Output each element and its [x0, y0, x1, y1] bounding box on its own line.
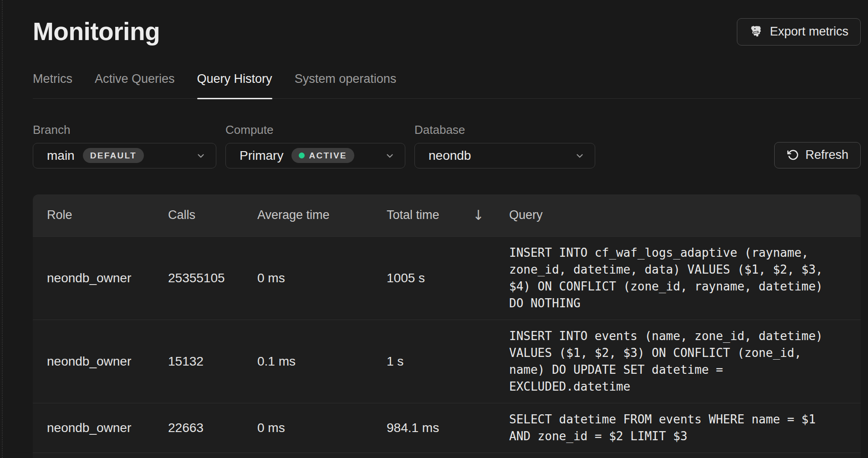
database-filter: Database neondb	[414, 123, 595, 168]
export-metrics-label: Export metrics	[770, 25, 848, 39]
active-badge: ACTIVE	[291, 148, 354, 163]
chevron-down-icon	[385, 151, 395, 161]
cell-average-time: 0.1 ms	[257, 320, 387, 403]
cell-calls: 25355105	[168, 237, 257, 320]
cell-role: neondb_owner	[33, 403, 168, 453]
refresh-icon	[786, 149, 799, 161]
column-header-average-time[interactable]: Average time	[257, 208, 387, 222]
datadog-icon	[749, 25, 763, 39]
cell-calls: 22663	[168, 403, 257, 453]
refresh-label: Refresh	[805, 148, 848, 162]
cell-total-time: 1 s	[387, 320, 509, 403]
table-row: neondb_owner 22663 0 ms 984.1 ms SELECT …	[33, 403, 861, 453]
chevron-down-icon	[575, 151, 585, 161]
default-badge: DEFAULT	[83, 148, 144, 163]
column-header-query[interactable]: Query	[509, 208, 861, 222]
tab-active-queries[interactable]: Active Queries	[95, 72, 175, 98]
tab-query-history[interactable]: Query History	[197, 72, 272, 98]
compute-label: Compute	[225, 123, 405, 137]
compute-filter: Compute Primary ACTIVE	[225, 123, 405, 168]
monitoring-page: Monitoring Export metrics Metrics Active…	[0, 17, 868, 458]
refresh-button[interactable]: Refresh	[774, 142, 861, 168]
branch-label: Branch	[33, 123, 216, 137]
cell-total-time: 984.1 ms	[387, 403, 509, 453]
page-title: Monitoring	[33, 17, 160, 46]
cell-average-time: 0 ms	[257, 403, 387, 453]
cell-role: neondb_owner	[33, 237, 168, 320]
cell-average-time: 0 ms	[257, 237, 387, 320]
table-row: neondb_owner 25355105 0 ms 1005 s INSERT…	[33, 236, 861, 320]
chevron-down-icon	[196, 151, 206, 161]
table-body: neondb_owner 25355105 0 ms 1005 s INSERT…	[33, 236, 861, 458]
cell-calls: 15132	[168, 320, 257, 403]
database-label: Database	[414, 123, 595, 137]
filters-row: Branch main DEFAULT Compute Primary ACTI…	[33, 123, 861, 168]
active-badge-label: ACTIVE	[309, 151, 347, 160]
cell-query: INSERT INTO cf_waf_logs_adaptive (raynam…	[509, 237, 823, 320]
export-metrics-button[interactable]: Export metrics	[737, 18, 861, 46]
column-header-role[interactable]: Role	[33, 208, 168, 222]
column-header-total-time[interactable]: Total time ↓	[387, 208, 509, 222]
tab-metrics[interactable]: Metrics	[33, 72, 72, 98]
branch-select[interactable]: main DEFAULT	[33, 143, 216, 168]
database-select[interactable]: neondb	[414, 143, 595, 168]
query-history-table: Role Calls Average time Total time ↓ Que…	[33, 194, 861, 458]
cell-query: SELECT datetime FROM events WHERE name =…	[509, 403, 823, 453]
compute-value: Primary	[240, 148, 283, 163]
sort-desc-arrow-icon[interactable]: ↓	[473, 209, 484, 222]
compute-select[interactable]: Primary ACTIVE	[225, 143, 405, 168]
table-row-partial	[33, 453, 861, 458]
tab-system-operations[interactable]: System operations	[295, 72, 397, 98]
branch-filter: Branch main DEFAULT	[33, 123, 216, 168]
cell-role: neondb_owner	[33, 320, 168, 403]
table-row: neondb_owner 15132 0.1 ms 1 s INSERT INT…	[33, 320, 861, 403]
database-value: neondb	[429, 148, 471, 163]
table-header-row: Role Calls Average time Total time ↓ Que…	[33, 194, 861, 236]
page-header: Monitoring Export metrics	[33, 17, 861, 46]
column-header-calls[interactable]: Calls	[168, 208, 257, 222]
monitoring-tabs: Metrics Active Queries Query History Sys…	[33, 72, 861, 99]
cell-total-time: 1005 s	[387, 237, 509, 320]
cell-query: INSERT INTO events (name, zone_id, datet…	[509, 320, 823, 403]
total-time-label: Total time	[387, 208, 439, 222]
active-status-dot-icon	[299, 153, 305, 158]
branch-value: main	[47, 148, 75, 163]
